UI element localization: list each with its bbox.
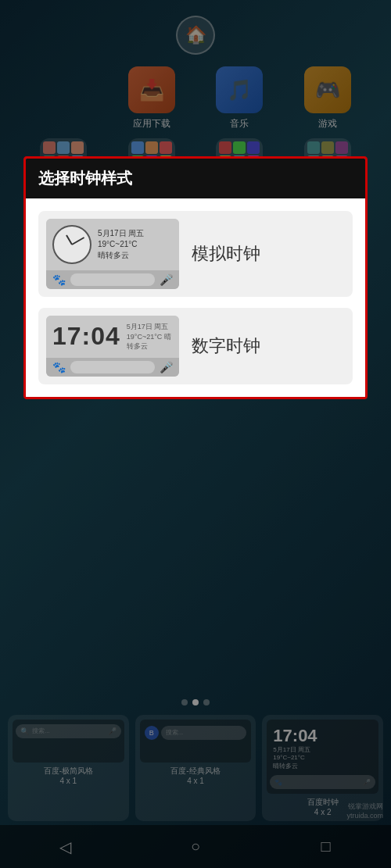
paw-icon: 🐾 (52, 273, 66, 286)
digital-preview-content: 17:04 5月17日 周五 19°C~21°C 晴转多云 (46, 316, 179, 358)
search-bar-preview (70, 273, 155, 286)
clock-style-dialog: 选择时钟样式 5月17日 周五 19°C~21°C 晴转多云 (23, 156, 368, 399)
paw-icon-digital: 🐾 (52, 361, 66, 373)
minute-hand (72, 237, 85, 245)
mic-icon: 🎤 (160, 273, 173, 286)
dim-overlay (0, 0, 391, 868)
analog-clock-preview: 5月17日 周五 19°C~21°C 晴转多云 🐾 🎤 (46, 219, 179, 289)
analog-clock-label: 模拟时钟 (192, 242, 260, 266)
analog-search-bar: 🐾 🎤 (46, 270, 179, 289)
analog-weather-info: 5月17日 周五 19°C~21°C 晴转多云 (98, 228, 144, 261)
mic-icon-digital: 🎤 (160, 361, 173, 373)
digital-search-bar: 🐾 🎤 (46, 358, 179, 377)
digital-time-display: 17:04 (52, 322, 120, 351)
analog-clock-option[interactable]: 5月17日 周五 19°C~21°C 晴转多云 🐾 🎤 模拟时钟 (38, 211, 353, 297)
digital-search-preview (70, 361, 155, 373)
clock-face (52, 225, 91, 264)
digital-weather-info: 5月17日 周五 19°C~21°C 晴转多云 (127, 322, 173, 352)
digital-clock-label: 数字时钟 (192, 334, 260, 358)
digital-clock-option[interactable]: 17:04 5月17日 周五 19°C~21°C 晴转多云 🐾 🎤 数字时钟 (38, 308, 353, 384)
dialog-body: 5月17日 周五 19°C~21°C 晴转多云 🐾 🎤 模拟时钟 17:0 (26, 198, 365, 397)
digital-clock-preview: 17:04 5月17日 周五 19°C~21°C 晴转多云 🐾 🎤 (46, 316, 179, 377)
dialog-title: 选择时钟样式 (38, 170, 132, 187)
dialog-title-bar: 选择时钟样式 (26, 159, 365, 198)
